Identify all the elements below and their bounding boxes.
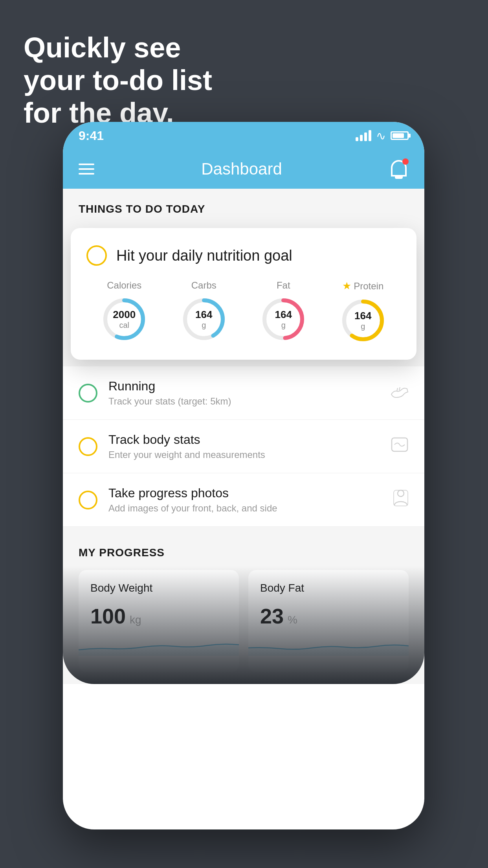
content-area: THINGS TO DO TODAY Hit your daily nutrit… bbox=[63, 189, 424, 684]
carbs-donut: 164 g bbox=[180, 296, 227, 343]
body-weight-value: 100 bbox=[90, 604, 126, 628]
notification-bell[interactable] bbox=[389, 158, 409, 180]
body-weight-chart bbox=[79, 636, 239, 656]
progress-photos-checkbox[interactable] bbox=[79, 491, 97, 509]
section-title: THINGS TO DO TODAY bbox=[79, 203, 205, 215]
body-fat-title: Body Fat bbox=[260, 582, 397, 594]
shoe-icon bbox=[391, 384, 409, 402]
todo-list: Running Track your stats (target: 5km) T… bbox=[63, 366, 424, 527]
body-fat-chart bbox=[248, 636, 409, 656]
body-fat-value-row: 23 % bbox=[260, 604, 397, 628]
carbs-label: Carbs bbox=[191, 280, 216, 291]
battery-icon bbox=[391, 131, 409, 140]
fat-label: Fat bbox=[277, 280, 290, 291]
calories-label: Calories bbox=[107, 280, 141, 291]
signal-icon bbox=[356, 130, 371, 141]
body-fat-card[interactable]: Body Fat 23 % bbox=[248, 570, 409, 672]
fat-donut: 164 g bbox=[260, 296, 307, 343]
nutrition-checkbox[interactable] bbox=[86, 245, 107, 266]
body-stats-title: Track body stats bbox=[108, 432, 380, 447]
app-header: Dashboard bbox=[63, 149, 424, 189]
nutrition-protein: ★ Protein 164 g bbox=[339, 280, 387, 344]
card-title-row: Hit your daily nutrition goal bbox=[86, 245, 401, 266]
nutrition-card: Hit your daily nutrition goal Calories 2… bbox=[71, 228, 416, 360]
scale-icon bbox=[391, 437, 409, 456]
status-time: 9:41 bbox=[79, 129, 104, 143]
svg-rect-10 bbox=[394, 490, 408, 506]
body-fat-value: 23 bbox=[260, 604, 284, 628]
running-title: Running bbox=[108, 379, 380, 394]
nutrition-fat: Fat 164 g bbox=[260, 280, 307, 343]
body-stats-text: Track body stats Enter your weight and m… bbox=[108, 432, 380, 460]
body-stats-subtitle: Enter your weight and measurements bbox=[108, 449, 380, 460]
svg-point-9 bbox=[398, 490, 404, 497]
person-icon bbox=[393, 489, 409, 510]
running-checkbox[interactable] bbox=[79, 384, 97, 403]
progress-title: MY PROGRESS bbox=[79, 546, 409, 559]
nutrition-calories: Calories 2000 cal bbox=[101, 280, 148, 343]
progress-cards: Body Weight 100 kg Body Fat bbox=[79, 570, 409, 672]
progress-photos-text: Take progress photos Add images of your … bbox=[108, 486, 382, 514]
nutrition-carbs: Carbs 164 g bbox=[180, 280, 227, 343]
progress-section: MY PROGRESS Body Weight 100 kg bbox=[63, 527, 424, 684]
protein-label: Protein bbox=[354, 281, 383, 292]
star-icon: ★ bbox=[342, 280, 351, 292]
nutrition-row: Calories 2000 cal Carbs bbox=[86, 280, 401, 344]
progress-photos-subtitle: Add images of your front, back, and side bbox=[108, 503, 382, 514]
body-weight-title: Body Weight bbox=[90, 582, 227, 594]
wifi-icon: ∿ bbox=[376, 129, 386, 143]
protein-donut: 164 g bbox=[339, 297, 387, 344]
body-weight-card[interactable]: Body Weight 100 kg bbox=[79, 570, 239, 672]
body-weight-value-row: 100 kg bbox=[90, 604, 227, 628]
calories-donut: 2000 cal bbox=[101, 296, 148, 343]
status-bar: 9:41 ∿ bbox=[63, 122, 424, 149]
section-header: THINGS TO DO TODAY bbox=[63, 189, 424, 225]
hamburger-menu[interactable] bbox=[79, 164, 94, 175]
status-icons: ∿ bbox=[356, 129, 409, 143]
body-fat-unit: % bbox=[288, 614, 297, 626]
header-title: Dashboard bbox=[201, 160, 282, 178]
running-subtitle: Track your stats (target: 5km) bbox=[108, 396, 380, 407]
progress-photos-title: Take progress photos bbox=[108, 486, 382, 500]
body-weight-unit: kg bbox=[130, 614, 141, 626]
hero-text: Quickly see your to-do list for the day. bbox=[24, 31, 212, 129]
todo-item-running[interactable]: Running Track your stats (target: 5km) bbox=[63, 366, 424, 420]
todo-item-progress-photos[interactable]: Take progress photos Add images of your … bbox=[63, 473, 424, 527]
running-text: Running Track your stats (target: 5km) bbox=[108, 379, 380, 407]
todo-item-body-stats[interactable]: Track body stats Enter your weight and m… bbox=[63, 420, 424, 473]
phone-shell: 9:41 ∿ Dashboard THINGS TO DO TODAY bbox=[63, 122, 424, 829]
body-stats-checkbox[interactable] bbox=[79, 437, 97, 456]
nutrition-card-title: Hit your daily nutrition goal bbox=[116, 247, 292, 264]
